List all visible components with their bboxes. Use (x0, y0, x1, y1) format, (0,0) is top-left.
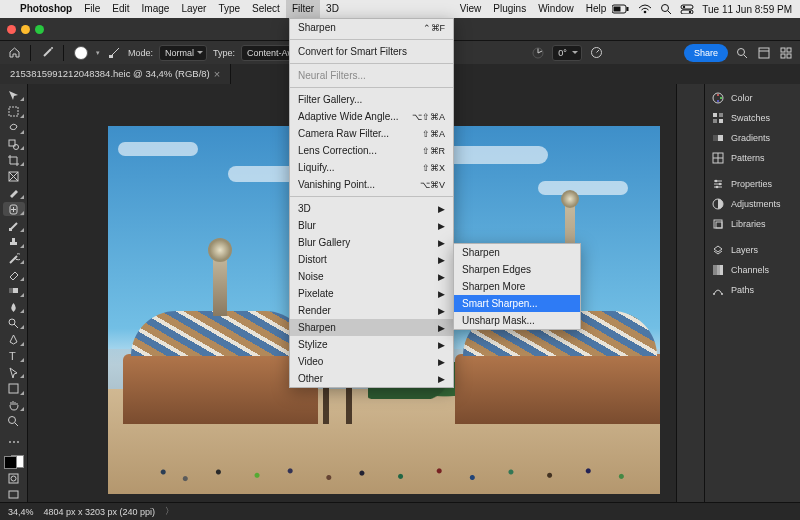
menu-view[interactable]: View (454, 0, 488, 18)
foreground-color[interactable] (4, 456, 17, 469)
panel-patterns[interactable]: Patterns (705, 148, 800, 168)
tool-preset-icon[interactable] (39, 45, 55, 61)
minimize-window-button[interactable] (21, 25, 30, 34)
menu-sub-noise[interactable]: Noise▶ (290, 268, 453, 285)
menu-sub-other[interactable]: Other▶ (290, 370, 453, 387)
angle-input[interactable]: 0° (552, 45, 582, 61)
menu-help[interactable]: Help (580, 0, 613, 18)
color-swatches[interactable] (3, 455, 25, 469)
frame-tool[interactable] (3, 169, 25, 183)
path-select-tool[interactable] (3, 365, 25, 379)
marquee-tool[interactable] (3, 104, 25, 118)
menu-adaptive-wide[interactable]: Adaptive Wide Angle...⌥⇧⌘A (290, 108, 453, 125)
panel-properties[interactable]: Properties (705, 174, 800, 194)
window-controls[interactable] (0, 25, 51, 34)
type-tool[interactable]: T (3, 349, 25, 363)
menu-type[interactable]: Type (212, 0, 246, 18)
stamp-tool[interactable] (3, 235, 25, 249)
brush-tool[interactable] (3, 218, 25, 232)
screenmode-icon[interactable] (3, 488, 25, 502)
panel-color[interactable]: Color (705, 88, 800, 108)
home-icon[interactable] (6, 45, 22, 61)
menu-3d[interactable]: 3D (320, 0, 345, 18)
menu-sub-video[interactable]: Video▶ (290, 353, 453, 370)
menu-layer[interactable]: Layer (175, 0, 212, 18)
menu-sub-3d[interactable]: 3D▶ (290, 200, 453, 217)
app-name[interactable]: Photoshop (14, 0, 78, 18)
doc-dimensions[interactable]: 4804 px x 3203 px (240 ppi) (44, 507, 156, 517)
panel-paths[interactable]: Paths (705, 280, 800, 300)
menu-sub-sharpen[interactable]: Sharpen▶ (290, 319, 453, 336)
menu-sub-blur[interactable]: Blur▶ (290, 217, 453, 234)
menu-edit[interactable]: Edit (106, 0, 135, 18)
macos-menubar[interactable]: Photoshop File Edit Image Layer Type Sel… (0, 0, 800, 18)
menu-vanishing-point[interactable]: Vanishing Point...⌥⌘V (290, 176, 453, 193)
menu-convert-smart[interactable]: Convert for Smart Filters (290, 43, 453, 60)
menu-liquify[interactable]: Liquify...⇧⌘X (290, 159, 453, 176)
submenu-sharpen-more[interactable]: Sharpen More (454, 278, 580, 295)
menu-last-filter[interactable]: Sharpen⌃⌘F (290, 19, 453, 36)
eraser-tool[interactable] (3, 267, 25, 281)
panel-channels[interactable]: Channels (705, 260, 800, 280)
panel-libraries[interactable]: Libraries (705, 214, 800, 234)
menu-filter-gallery[interactable]: Filter Gallery... (290, 91, 453, 108)
arrange-icon[interactable] (778, 45, 794, 61)
pen-tool[interactable] (3, 332, 25, 346)
panel-layers[interactable]: Layers (705, 240, 800, 260)
healing-brush-tool[interactable] (3, 202, 25, 216)
document-tab[interactable]: 2153815991212048384.heic @ 34,4% (RGB/8)… (0, 64, 231, 84)
menu-sub-render[interactable]: Render▶ (290, 302, 453, 319)
panel-adjustments[interactable]: Adjustments (705, 194, 800, 214)
blur-tool[interactable] (3, 300, 25, 314)
search-icon[interactable] (660, 3, 672, 15)
zoom-level[interactable]: 34,4% (8, 507, 34, 517)
history-brush-tool[interactable] (3, 251, 25, 265)
submenu-sharpen[interactable]: Sharpen (454, 244, 580, 261)
eyedropper-tool[interactable] (3, 186, 25, 200)
paths-panel-icon (711, 283, 725, 297)
sharpen-submenu[interactable]: Sharpen Sharpen Edges Sharpen More Smart… (453, 243, 581, 330)
menu-sub-stylize[interactable]: Stylize▶ (290, 336, 453, 353)
workspace-icon[interactable] (756, 45, 772, 61)
search-app-icon[interactable] (734, 45, 750, 61)
share-button[interactable]: Share (684, 44, 728, 62)
panel-swatches[interactable]: Swatches (705, 108, 800, 128)
blend-mode-dropdown[interactable]: Normal (159, 45, 207, 61)
edit-toolbar[interactable]: ⋯ (3, 435, 25, 449)
move-tool[interactable] (3, 88, 25, 102)
menu-lens-correction[interactable]: Lens Correction...⇧⌘R (290, 142, 453, 159)
quickmask-icon[interactable] (3, 471, 25, 485)
shape-tool[interactable] (3, 381, 25, 395)
filter-menu[interactable]: Sharpen⌃⌘F Convert for Smart Filters Neu… (289, 18, 454, 388)
hand-tool[interactable] (3, 398, 25, 412)
brush-preview-icon[interactable] (74, 46, 88, 60)
control-center-icon[interactable] (680, 4, 694, 14)
zoom-tool[interactable] (3, 414, 25, 428)
menu-plugins[interactable]: Plugins (487, 0, 532, 18)
menu-sub-pixelate[interactable]: Pixelate▶ (290, 285, 453, 302)
menu-window[interactable]: Window (532, 0, 580, 18)
gradient-tool[interactable] (3, 284, 25, 298)
lasso-tool[interactable] (3, 121, 25, 135)
crop-tool[interactable] (3, 153, 25, 167)
menu-sub-distort[interactable]: Distort▶ (290, 251, 453, 268)
selection-tool[interactable] (3, 137, 25, 151)
close-tab-icon[interactable]: × (214, 64, 220, 84)
menu-image[interactable]: Image (136, 0, 176, 18)
maximize-window-button[interactable] (35, 25, 44, 34)
angle-icon[interactable] (530, 45, 546, 61)
menu-select[interactable]: Select (246, 0, 286, 18)
close-window-button[interactable] (7, 25, 16, 34)
submenu-sharpen-edges[interactable]: Sharpen Edges (454, 261, 580, 278)
submenu-unsharp-mask[interactable]: Unsharp Mask... (454, 312, 580, 329)
menu-sub-blur-gallery[interactable]: Blur Gallery▶ (290, 234, 453, 251)
pressure-icon[interactable] (588, 45, 604, 61)
status-menu-icon[interactable]: 〉 (165, 505, 174, 518)
menu-filter[interactable]: Filter (286, 0, 320, 18)
submenu-smart-sharpen[interactable]: Smart Sharpen... (454, 295, 580, 312)
dodge-tool[interactable] (3, 316, 25, 330)
menu-camera-raw[interactable]: Camera Raw Filter...⇧⌘A (290, 125, 453, 142)
brush-settings-icon[interactable] (106, 45, 122, 61)
panel-gradients[interactable]: Gradients (705, 128, 800, 148)
menu-file[interactable]: File (78, 0, 106, 18)
